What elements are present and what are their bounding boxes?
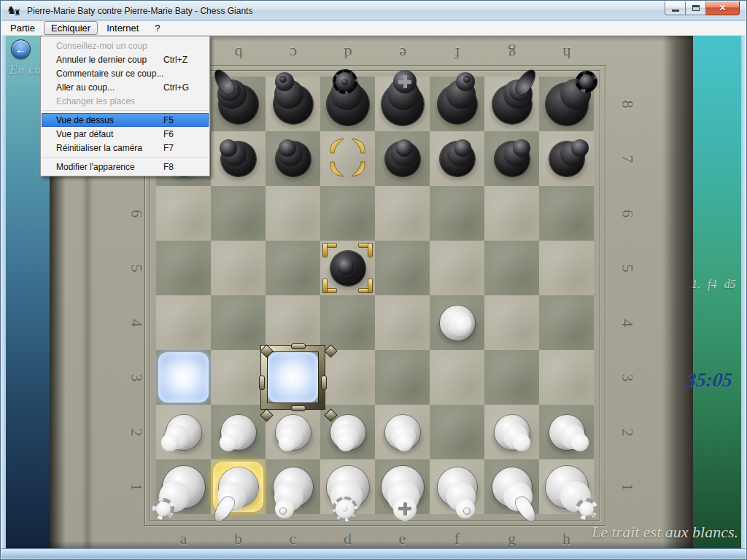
- square-h4[interactable]: [539, 295, 594, 350]
- window-frame-bottom: [1, 548, 746, 559]
- piece-white-bishop-f1[interactable]: [430, 459, 484, 514]
- square-c5[interactable]: [266, 241, 320, 295]
- square-h5[interactable]: [539, 241, 594, 295]
- menu-item-label: Réinitialiser la caméra: [56, 143, 142, 153]
- piece-black-pawn-e7[interactable]: [375, 131, 430, 186]
- square-e5[interactable]: [375, 241, 430, 295]
- piece-black-knight-g8[interactable]: [484, 77, 539, 131]
- piece-black-bishop-f8[interactable]: [430, 77, 484, 131]
- menu-item-modifier-l-apparence[interactable]: Modifier l'apparenceF8: [42, 160, 209, 174]
- square-a6[interactable]: [156, 186, 211, 241]
- move-list: 1. f4 d5: [692, 278, 743, 291]
- coord-bottom-a: a: [174, 529, 193, 548]
- square-f3[interactable]: [430, 350, 484, 405]
- piece-black-pawn-g7[interactable]: [484, 131, 539, 186]
- square-g3[interactable]: [484, 350, 539, 405]
- menu-item-shortcut: F5: [163, 115, 201, 125]
- menu-item-label: Commentaire sur ce coup...: [56, 69, 163, 79]
- piece-white-knight-g1[interactable]: [484, 459, 539, 514]
- menu-item-aller-au-coup[interactable]: Aller au coup...Ctrl+G: [42, 80, 209, 94]
- king-cross-icon: [403, 502, 407, 516]
- last-move-from-marker: [320, 131, 375, 186]
- piece-black-pawn-b7[interactable]: [211, 131, 266, 186]
- piece-white-bishop-c1[interactable]: [266, 459, 320, 514]
- square-b6[interactable]: [211, 186, 266, 241]
- menu-item-vue-par-defaut[interactable]: Vue par défautF6: [42, 127, 209, 141]
- coord-top-d: d: [338, 44, 357, 63]
- window-frame-left: [1, 36, 6, 548]
- turn-status-text: Le trait est aux blancs.: [562, 523, 738, 542]
- square-h3[interactable]: [539, 350, 594, 405]
- coord-left-2: 2: [127, 423, 146, 442]
- coord-bottom-g: g: [503, 529, 522, 548]
- piece-white-rook-h1[interactable]: [539, 459, 594, 514]
- square-e6[interactable]: [375, 186, 430, 241]
- square-d4[interactable]: [320, 295, 375, 350]
- square-g6[interactable]: [484, 186, 539, 241]
- menu-separator: [42, 110, 208, 111]
- square-c6[interactable]: [266, 186, 320, 241]
- piece-white-pawn-g2[interactable]: [484, 405, 539, 459]
- back-button[interactable]: ←: [11, 39, 31, 59]
- square-f5[interactable]: [430, 241, 484, 295]
- piece-black-king-e8[interactable]: [375, 77, 430, 131]
- square-b4[interactable]: [211, 295, 266, 350]
- coord-top-e: e: [393, 44, 412, 63]
- piece-white-pawn-d2[interactable]: [320, 405, 375, 459]
- menu-item-vue-de-dessus[interactable]: Vue de dessusF5: [42, 113, 209, 127]
- piece-black-pawn-h7[interactable]: [539, 131, 594, 186]
- menu-item-shortcut: Ctrl+Z: [163, 55, 201, 65]
- piece-white-rook-a1[interactable]: [156, 459, 211, 514]
- coord-bottom-b: b: [229, 529, 248, 548]
- menu-item-commentaire-sur-ce-coup[interactable]: Commentaire sur ce coup...: [42, 66, 209, 80]
- menu-item-shortcut: Ctrl+G: [163, 82, 201, 93]
- coord-right-1: 1: [618, 478, 637, 497]
- menu-item-label: Vue par défaut: [56, 129, 113, 139]
- square-h6[interactable]: [539, 186, 594, 241]
- piece-black-pawn-f7[interactable]: [430, 131, 484, 186]
- piece-black-queen-d8[interactable]: [320, 77, 375, 131]
- square-b5[interactable]: [211, 241, 266, 295]
- square-e4[interactable]: [375, 295, 430, 350]
- piece-black-knight-b8[interactable]: [211, 77, 266, 131]
- piece-white-pawn-a2[interactable]: [156, 405, 211, 459]
- coord-top-f: f: [448, 44, 467, 63]
- piece-white-pawn-e2[interactable]: [375, 405, 430, 459]
- coord-bottom-c: c: [284, 529, 303, 548]
- piece-black-pawn-c7[interactable]: [266, 131, 320, 186]
- menu-item-reinitialiser-la-camera[interactable]: Réinitialiser la caméraF7: [42, 141, 209, 155]
- piece-white-knight-b1[interactable]: [211, 459, 266, 514]
- piece-white-pawn-f4[interactable]: [430, 295, 484, 350]
- square-a5[interactable]: [156, 241, 211, 295]
- frame-corner-ornament: [260, 344, 273, 357]
- square-f2[interactable]: [430, 405, 484, 459]
- square-b3[interactable]: [211, 350, 266, 405]
- square-e3[interactable]: [375, 350, 430, 405]
- menu-item-shortcut: F6: [163, 129, 201, 139]
- piece-black-bishop-c8[interactable]: [266, 77, 320, 131]
- square-c4[interactable]: [266, 295, 320, 350]
- frame-edge-ornament: [259, 376, 265, 390]
- coord-right-7: 7: [618, 149, 637, 168]
- menu-item-annuler-le-dernier-coup[interactable]: Annuler le dernier coupCtrl+Z: [42, 52, 209, 66]
- square-d3[interactable]: [320, 350, 375, 405]
- coord-right-4: 4: [618, 314, 637, 332]
- piece-white-pawn-c2[interactable]: [266, 405, 320, 459]
- piece-white-queen-d1[interactable]: [320, 459, 375, 514]
- app-window: ♞♜ Pierre-Marie Baty contre Pierre-Marie…: [0, 0, 747, 560]
- square-f6[interactable]: [430, 186, 484, 241]
- piece-black-rook-h8[interactable]: [539, 77, 594, 131]
- coord-right-6: 6: [618, 204, 637, 223]
- square-g5[interactable]: [484, 241, 539, 295]
- coord-left-6: 6: [127, 204, 146, 223]
- coord-top-b: b: [229, 44, 248, 63]
- piece-white-king-e1[interactable]: [375, 459, 430, 514]
- square-d6[interactable]: [320, 186, 375, 241]
- square-a4[interactable]: [156, 295, 211, 350]
- piece-white-pawn-h2[interactable]: [539, 405, 594, 459]
- coord-right-5: 5: [618, 259, 637, 278]
- piece-black-pawn-d5[interactable]: [320, 241, 375, 295]
- hover-square-frame[interactable]: [261, 346, 325, 409]
- square-g4[interactable]: [484, 295, 539, 350]
- piece-white-pawn-b2[interactable]: [211, 405, 266, 459]
